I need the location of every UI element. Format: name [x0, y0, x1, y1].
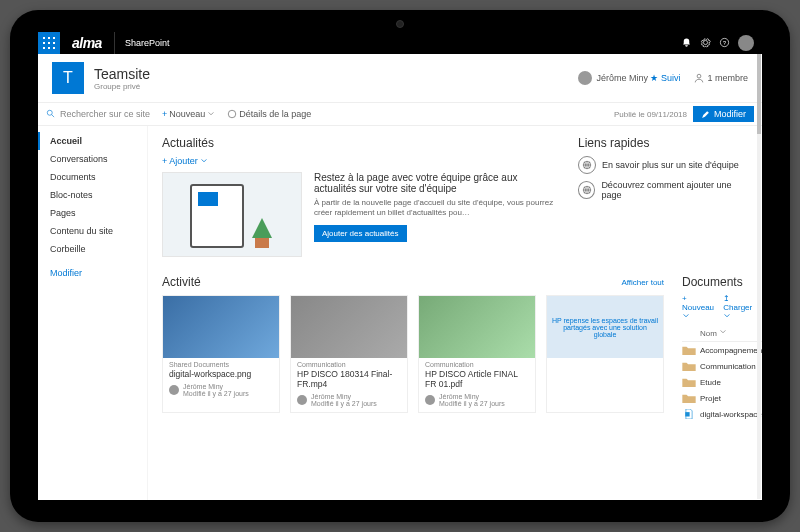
nav-edit[interactable]: Modifier: [38, 264, 147, 282]
nav-conversations[interactable]: Conversations: [38, 150, 147, 168]
user-avatar[interactable]: [738, 35, 754, 51]
svg-rect-17: [685, 412, 689, 416]
quicklink-item[interactable]: En savoir plus sur un site d'équipe: [578, 156, 748, 174]
suite-name[interactable]: SharePoint: [114, 32, 180, 54]
activity-heading: Activité: [162, 275, 201, 289]
svg-point-14: [229, 110, 237, 118]
svg-rect-8: [53, 47, 55, 49]
activity-card[interactable]: Communication HP DISCO Article FINAL FR …: [418, 295, 536, 413]
svg-line-13: [52, 115, 55, 118]
news-empty-desc: À partir de la nouvelle page d'accueil d…: [314, 198, 560, 219]
site-logo[interactable]: T: [52, 62, 84, 94]
quicklink-item[interactable]: Découvrez comment ajouter une page: [578, 180, 748, 200]
activity-card[interactable]: Shared Documents digital-workspace.png J…: [162, 295, 280, 413]
nav-documents[interactable]: Documents: [38, 168, 147, 186]
news-heading: Actualités: [162, 136, 560, 150]
news-illustration: [162, 172, 302, 257]
documents-heading: Documents: [682, 275, 743, 289]
add-news-button[interactable]: Ajouter des actualités: [314, 225, 407, 242]
col-name[interactable]: Nom: [682, 328, 762, 338]
nav-recycle[interactable]: Corbeille: [38, 240, 147, 258]
card-thumb: [163, 296, 279, 358]
quicklinks-heading: Liens rapides: [578, 136, 748, 150]
nav-home[interactable]: Accueil: [38, 132, 147, 150]
site-header: T Teamsite Groupe privé Jérôme Miny ★ Su…: [38, 54, 762, 103]
svg-rect-6: [43, 47, 45, 49]
doc-row[interactable]: Projet20 novembre: [682, 390, 762, 406]
card-thumb: HP repense les espaces de travail partag…: [547, 296, 663, 358]
new-button[interactable]: + Nouveau: [162, 109, 215, 119]
scrollbar-thumb[interactable]: [757, 54, 761, 134]
nav-pages[interactable]: Pages: [38, 204, 147, 222]
doc-row[interactable]: Communication20 novembre: [682, 358, 762, 374]
nav-site-contents[interactable]: Contenu du site: [38, 222, 147, 240]
doc-upload-button[interactable]: ↥ Charger: [723, 294, 758, 322]
notifications-icon[interactable]: [681, 37, 692, 50]
site-title[interactable]: Teamsite: [94, 66, 150, 82]
card-thumb: [419, 296, 535, 358]
doc-row[interactable]: Accompagnement20 novembre: [682, 342, 762, 358]
settings-icon[interactable]: [700, 37, 711, 50]
tenant-logo: alma: [60, 35, 114, 51]
follow-button[interactable]: ★ Suivi: [650, 73, 681, 83]
news-add-button[interactable]: + Ajouter: [162, 156, 560, 166]
site-subtitle: Groupe privé: [94, 82, 150, 91]
nav-notebook[interactable]: Bloc-notes: [38, 186, 147, 204]
edit-page-button[interactable]: Modifier: [693, 106, 754, 122]
page-details-button[interactable]: Détails de la page: [227, 109, 311, 119]
owner-avatar[interactable]: [578, 71, 592, 85]
card-thumb: [291, 296, 407, 358]
side-nav: Accueil Conversations Documents Bloc-not…: [38, 126, 148, 500]
owner-name[interactable]: Jérôme Miny: [596, 73, 648, 83]
svg-point-11: [698, 74, 702, 78]
svg-rect-1: [48, 37, 50, 39]
svg-text:?: ?: [723, 39, 726, 45]
activity-showall[interactable]: Afficher tout: [621, 278, 664, 287]
globe-icon: [578, 181, 595, 199]
svg-rect-7: [48, 47, 50, 49]
svg-rect-2: [53, 37, 55, 39]
activity-card[interactable]: HP repense les espaces de travail partag…: [546, 295, 664, 413]
published-date: Publié le 09/11/2018: [614, 110, 687, 119]
app-launcher-icon[interactable]: [38, 32, 60, 54]
doc-row[interactable]: Etude20 novembre: [682, 374, 762, 390]
news-empty-title: Restez à la page avec votre équipe grâce…: [314, 172, 560, 194]
command-bar: Rechercher sur ce site + Nouveau Détails…: [38, 103, 762, 126]
svg-point-12: [47, 110, 52, 115]
svg-rect-0: [43, 37, 45, 39]
svg-rect-4: [48, 42, 50, 44]
globe-icon: [578, 156, 596, 174]
doc-new-button[interactable]: + Nouveau: [682, 294, 717, 322]
search-input[interactable]: Rechercher sur ce site: [46, 109, 156, 119]
suite-bar: alma SharePoint ?: [38, 32, 762, 54]
help-icon[interactable]: ?: [719, 37, 730, 50]
svg-rect-5: [53, 42, 55, 44]
members-count[interactable]: 1 membre: [694, 73, 748, 83]
activity-card[interactable]: Communication HP DISCO 180314 Final-FR.m…: [290, 295, 408, 413]
doc-row[interactable]: digital-workspace.png20 novembre: [682, 406, 762, 422]
svg-rect-3: [43, 42, 45, 44]
